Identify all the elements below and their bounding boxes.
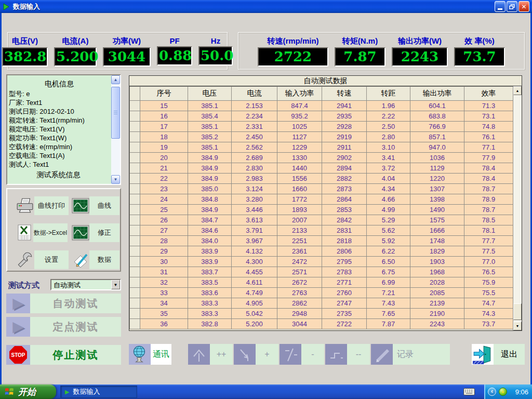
cell-voltage[interactable]: 384.9 bbox=[188, 163, 232, 174]
row-selector[interactable] bbox=[130, 153, 140, 163]
cell-torque[interactable]: 5.62 bbox=[367, 225, 410, 236]
cell-index[interactable]: 16 bbox=[140, 111, 188, 122]
cell-output-power[interactable]: 1903 bbox=[410, 257, 464, 267]
correction-button[interactable]: 修正 bbox=[72, 223, 119, 242]
record-button[interactable]: 记录 bbox=[371, 344, 450, 365]
cell-index[interactable]: 36 bbox=[140, 319, 188, 329]
cell-current[interactable]: 4.132 bbox=[232, 246, 277, 257]
row-selector[interactable] bbox=[130, 277, 140, 288]
cell-index[interactable]: 15 bbox=[140, 101, 188, 111]
cell-speed[interactable]: 2864 bbox=[322, 194, 367, 205]
table-scrollbar[interactable]: ▲ ▼ bbox=[513, 86, 522, 330]
row-selector[interactable] bbox=[130, 225, 140, 236]
cell-torque[interactable]: 7.43 bbox=[367, 298, 410, 309]
cell-torque[interactable]: 4.66 bbox=[367, 194, 410, 205]
increase-button[interactable]: + bbox=[234, 344, 278, 365]
cell-output-power[interactable]: 2139 bbox=[410, 298, 464, 309]
taskbar-item-data-input[interactable]: ▶ 数据输入 bbox=[60, 385, 137, 398]
info-scrollbar[interactable]: ▲ ▼ bbox=[111, 75, 120, 184]
cell-voltage[interactable]: 385.1 bbox=[188, 122, 232, 132]
cell-voltage[interactable]: 383.7 bbox=[188, 267, 232, 277]
row-selector[interactable] bbox=[130, 246, 140, 257]
cell-efficiency[interactable]: 78.5 bbox=[464, 215, 513, 225]
cell-input-power[interactable]: 3044 bbox=[277, 319, 322, 329]
cell-torque[interactable]: 5.29 bbox=[367, 215, 410, 225]
cell-current[interactable]: 3.613 bbox=[232, 215, 277, 225]
decrease-button[interactable]: - bbox=[280, 344, 324, 365]
cell-input-power[interactable]: 847.4 bbox=[277, 101, 322, 111]
scroll-up-button[interactable]: ▲ bbox=[513, 86, 522, 95]
cell-output-power[interactable]: 947.0 bbox=[410, 142, 464, 153]
cell-output-power[interactable]: 1968 bbox=[410, 267, 464, 277]
cell-input-power[interactable]: 2948 bbox=[277, 309, 322, 319]
cell-torque[interactable]: 3.41 bbox=[367, 153, 410, 163]
data-button[interactable]: 数据 bbox=[72, 250, 119, 269]
cell-efficiency[interactable]: 78.1 bbox=[464, 225, 513, 236]
curve-button[interactable]: 曲线 bbox=[72, 196, 119, 215]
row-selector[interactable] bbox=[130, 257, 140, 267]
cell-index[interactable]: 33 bbox=[140, 288, 188, 298]
export-excel-button[interactable]: 数据->Excel bbox=[16, 223, 68, 242]
cell-efficiency[interactable]: 77.5 bbox=[464, 246, 513, 257]
cell-index[interactable]: 23 bbox=[140, 184, 188, 194]
test-mode-value[interactable]: 自动测试 bbox=[51, 280, 111, 289]
cell-index[interactable]: 29 bbox=[140, 246, 188, 257]
cell-input-power[interactable]: 2251 bbox=[277, 236, 322, 246]
cell-voltage[interactable]: 383.9 bbox=[188, 257, 232, 267]
cell-speed[interactable]: 2783 bbox=[322, 267, 367, 277]
cell-torque[interactable]: 1.96 bbox=[367, 101, 410, 111]
cell-speed[interactable]: 2771 bbox=[322, 277, 367, 288]
cell-current[interactable]: 3.446 bbox=[232, 205, 277, 215]
cell-torque[interactable]: 4.99 bbox=[367, 205, 410, 215]
cell-speed[interactable]: 2919 bbox=[322, 132, 367, 142]
cell-output-power[interactable]: 1129 bbox=[410, 163, 464, 174]
cell-efficiency[interactable]: 78.9 bbox=[464, 194, 513, 205]
cell-input-power[interactable]: 1772 bbox=[277, 194, 322, 205]
cell-torque[interactable]: 2.80 bbox=[367, 132, 410, 142]
cell-torque[interactable]: 3.10 bbox=[367, 142, 410, 153]
cell-output-power[interactable]: 1748 bbox=[410, 236, 464, 246]
cell-efficiency[interactable]: 73.7 bbox=[464, 319, 513, 329]
cell-output-power[interactable]: 2190 bbox=[410, 309, 464, 319]
cell-torque[interactable]: 7.65 bbox=[367, 309, 410, 319]
cell-speed[interactable]: 2747 bbox=[322, 298, 367, 309]
cell-input-power[interactable]: 1440 bbox=[277, 163, 322, 174]
cell-input-power[interactable]: 1025 bbox=[277, 122, 322, 132]
cell-index[interactable]: 27 bbox=[140, 225, 188, 236]
settings-button[interactable]: 设置 bbox=[16, 250, 69, 269]
cell-output-power[interactable]: 857.1 bbox=[410, 132, 464, 142]
row-selector[interactable] bbox=[130, 288, 140, 298]
cell-speed[interactable]: 2928 bbox=[322, 122, 367, 132]
cell-efficiency[interactable]: 77.1 bbox=[464, 142, 513, 153]
cell-voltage[interactable]: 385.0 bbox=[188, 184, 232, 194]
cell-index[interactable]: 25 bbox=[140, 205, 188, 215]
cell-efficiency[interactable]: 78.4 bbox=[464, 163, 513, 174]
cell-current[interactable]: 2.234 bbox=[232, 111, 277, 122]
cell-speed[interactable]: 2935 bbox=[322, 111, 367, 122]
cell-index[interactable]: 22 bbox=[140, 174, 188, 184]
cell-voltage[interactable]: 385.1 bbox=[188, 101, 232, 111]
cell-current[interactable]: 4.455 bbox=[232, 267, 277, 277]
cell-torque[interactable]: 6.50 bbox=[367, 257, 410, 267]
cell-current[interactable]: 3.280 bbox=[232, 194, 277, 205]
cell-speed[interactable]: 2941 bbox=[322, 101, 367, 111]
row-selector[interactable] bbox=[130, 194, 140, 205]
cell-input-power[interactable]: 1556 bbox=[277, 174, 322, 184]
exit-button[interactable]: 退出 bbox=[472, 344, 525, 365]
stop-test-button[interactable]: STOP 停止测试 bbox=[6, 345, 121, 365]
minimize-button[interactable] bbox=[495, 1, 506, 12]
cell-current[interactable]: 2.983 bbox=[232, 174, 277, 184]
cell-output-power[interactable]: 1829 bbox=[410, 246, 464, 257]
cell-input-power[interactable]: 2133 bbox=[277, 225, 322, 236]
cell-efficiency[interactable]: 74.3 bbox=[464, 309, 513, 319]
cell-index[interactable]: 32 bbox=[140, 277, 188, 288]
cell-output-power[interactable]: 2243 bbox=[410, 319, 464, 329]
cell-voltage[interactable]: 384.8 bbox=[188, 194, 232, 205]
cell-voltage[interactable]: 385.4 bbox=[188, 111, 232, 122]
cell-voltage[interactable]: 383.3 bbox=[188, 298, 232, 309]
row-selector[interactable] bbox=[130, 298, 140, 309]
cell-efficiency[interactable]: 78.7 bbox=[464, 184, 513, 194]
cell-speed[interactable]: 2818 bbox=[322, 236, 367, 246]
cell-current[interactable]: 2.689 bbox=[232, 153, 277, 163]
cell-torque[interactable]: 6.75 bbox=[367, 267, 410, 277]
